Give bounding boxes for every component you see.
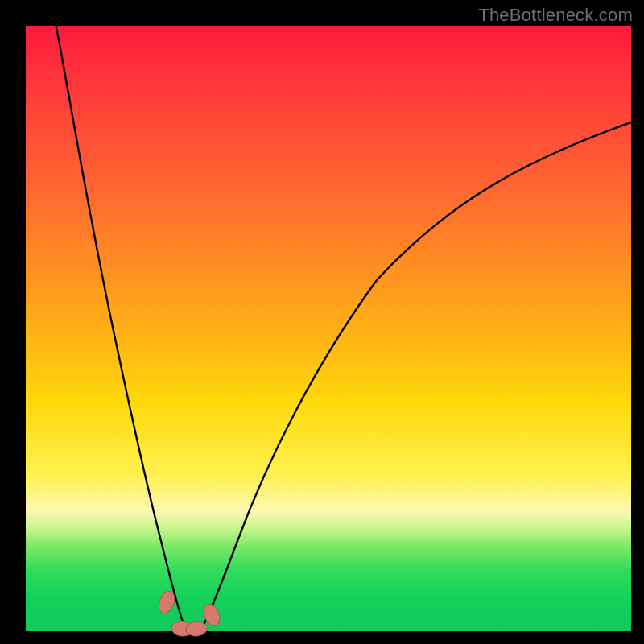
- curve-layer: [26, 26, 631, 631]
- outer-frame: TheBottleneck.com: [0, 0, 644, 644]
- watermark-text: TheBottleneck.com: [478, 5, 633, 26]
- curve-right-arm: [201, 122, 631, 630]
- beads-group: [156, 589, 223, 638]
- bead-3: [185, 621, 207, 637]
- curve-left-arm: [56, 26, 186, 630]
- plot-area: [26, 26, 631, 631]
